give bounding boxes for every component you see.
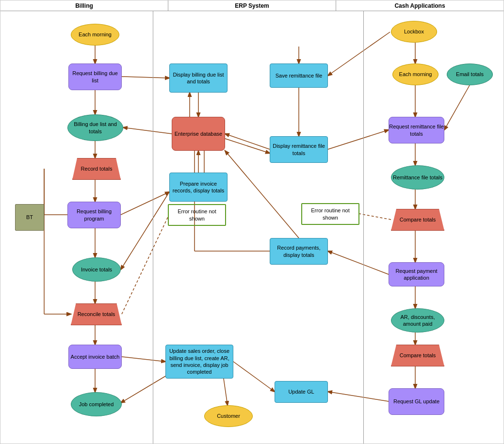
svg-line-31 <box>359 214 391 220</box>
update-gl: Update GL <box>275 381 328 403</box>
svg-line-25 <box>225 134 270 149</box>
job-completed: Job completed <box>71 392 122 416</box>
svg-line-42 <box>444 85 470 130</box>
request-billing-program: Request billing program <box>67 202 121 228</box>
compare-totals-bottom: Compare totals <box>391 345 444 366</box>
record-payments: Record payments, display totals <box>270 238 328 265</box>
svg-line-17 <box>122 357 165 362</box>
accept-invoice-batch: Accept invoice batch <box>68 345 122 369</box>
each-morning-billing: Each morning <box>71 24 119 46</box>
update-sales-order: Update sales order, close billing due li… <box>165 345 233 379</box>
svg-line-26 <box>225 139 270 153</box>
record-totals-billing: Record totals <box>72 158 121 180</box>
diagram-container: Billing ERP System Cash Applications <box>0 0 504 444</box>
email-totals: Email totals <box>447 63 493 85</box>
billing-due-list-totals: Billing due list and totals <box>67 114 123 141</box>
request-billing-due-list: Request billing due list <box>68 63 122 90</box>
enterprise-db: Enterprise database <box>172 117 225 151</box>
svg-line-23 <box>328 32 390 76</box>
svg-line-40 <box>328 392 389 401</box>
lockbox: Lockbox <box>391 21 437 43</box>
request-gl-update: Request GL update <box>389 388 444 415</box>
svg-line-36 <box>225 151 299 238</box>
header-billing: Billing <box>0 0 168 11</box>
reconcile-totals: Reconcile totals <box>71 303 122 325</box>
ar-discounts: AR, discounts, amount paid <box>391 308 444 333</box>
lane-divider-2 <box>363 11 364 444</box>
compare-totals-top: Compare totals <box>391 209 444 231</box>
each-morning-cash: Each morning <box>392 63 439 85</box>
svg-line-18 <box>121 376 165 403</box>
svg-line-21 <box>122 217 168 314</box>
error-routine-erp: Error routine not shown <box>168 204 226 226</box>
remittance-file-totals: Remittance file totals <box>391 165 444 190</box>
svg-line-9 <box>122 77 169 78</box>
display-billing-due: Display billing due list and totals <box>169 63 228 93</box>
lane-divider-1 <box>153 11 153 444</box>
svg-line-12 <box>123 127 172 134</box>
error-routine-cash: Error routine not shown <box>301 203 359 225</box>
customer: Customer <box>204 405 253 427</box>
header-cash: Cash Applications <box>336 0 504 11</box>
header-erp: ERP System <box>168 0 336 11</box>
svg-line-13 <box>121 192 169 215</box>
request-payment-app: Request payment application <box>389 262 444 286</box>
svg-line-20 <box>233 362 275 392</box>
prepare-invoice: Prepare invoice records, display totals <box>169 173 228 202</box>
svg-line-35 <box>328 251 389 274</box>
bt: BT <box>15 204 44 231</box>
header-row: Billing ERP System Cash Applications <box>0 0 504 11</box>
save-remittance: Save remittance file <box>270 63 328 88</box>
display-remittance: Display remittance file totals <box>270 136 328 163</box>
request-remittance: Request remittance file totals <box>389 117 444 143</box>
svg-line-27 <box>328 130 389 149</box>
svg-line-19 <box>224 379 228 405</box>
invoice-totals: Invoice totals <box>72 257 121 282</box>
svg-line-16 <box>121 192 169 270</box>
